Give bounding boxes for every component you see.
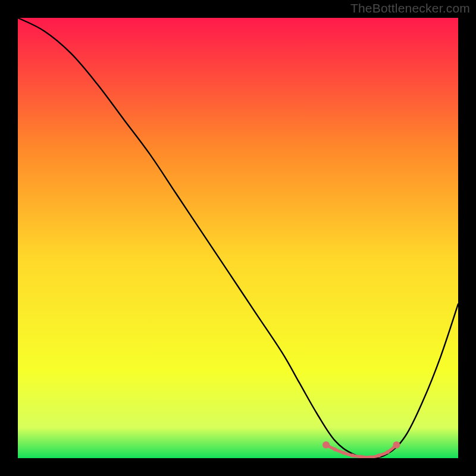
highlight-dot <box>386 450 389 453</box>
highlight-dot <box>350 453 354 457</box>
gradient-background <box>18 18 458 458</box>
highlight-start-dot <box>322 441 330 449</box>
highlight-dot <box>377 453 381 457</box>
highlight-dot <box>333 447 337 451</box>
bottleneck-chart <box>18 18 458 458</box>
highlight-dot <box>342 451 345 455</box>
plot-area <box>18 18 458 458</box>
highlight-end-dot <box>393 441 400 449</box>
watermark-text: TheBottlenecker.com <box>350 1 470 15</box>
chart-stage: TheBottlenecker.com <box>0 0 476 476</box>
